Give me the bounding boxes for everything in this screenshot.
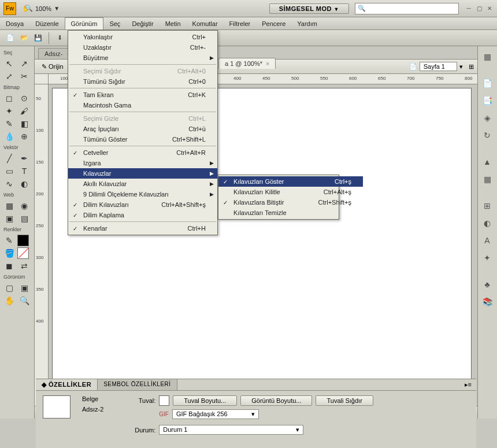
- open-icon[interactable]: 📂: [18, 32, 30, 44]
- stroke-color[interactable]: ✎: [2, 235, 16, 246]
- page-dropdown-icon[interactable]: ▾: [459, 63, 463, 71]
- show-slice-icon[interactable]: ▤: [17, 213, 31, 224]
- menu-item[interactable]: Araç İpuçlarıCtrl+ü: [68, 124, 217, 134]
- states-panel-icon[interactable]: ◈: [480, 111, 494, 125]
- crop-tool[interactable]: ✂: [17, 71, 31, 82]
- panel-menu-icon[interactable]: ⊞: [469, 63, 474, 71]
- submenu-item[interactable]: Kılavuzları Temizle: [218, 208, 363, 218]
- menu-yardım[interactable]: Yardım: [291, 17, 323, 29]
- slice-tool[interactable]: ▦: [2, 200, 16, 212]
- hotspot-tool[interactable]: ◉: [17, 200, 31, 212]
- maximize-button[interactable]: ▢: [475, 5, 483, 12]
- screen-mode2-icon[interactable]: ▣: [17, 282, 31, 294]
- menu-item[interactable]: UzaklaştırCtrl+-: [68, 42, 217, 53]
- new-icon[interactable]: 📄: [5, 32, 16, 44]
- marquee-tool[interactable]: ◻: [2, 92, 16, 104]
- panel-options-icon[interactable]: ▸≡: [460, 379, 476, 390]
- rect-tool[interactable]: ▭: [2, 165, 16, 177]
- stamp-tool[interactable]: ⊕: [17, 131, 31, 142]
- optimize-panel-icon[interactable]: ▦: [480, 50, 494, 64]
- properties-tab[interactable]: ◆ ÖZELLİKLER: [36, 379, 98, 390]
- preview-tab-original[interactable]: ✎ Orijin: [38, 62, 67, 72]
- menu-item[interactable]: ✓KenarlarCtrl+H: [68, 223, 217, 234]
- menu-değiştir[interactable]: Değiştir: [126, 17, 159, 29]
- text-tool[interactable]: T: [17, 165, 31, 177]
- menu-item[interactable]: ✓CetvellerCtrl+Alt+R: [68, 147, 217, 158]
- submenu-item[interactable]: Kılavuzları KilitleCtrl+Alt+ş: [218, 187, 363, 197]
- menu-item[interactable]: ✓Dilim Kaplama: [68, 210, 217, 220]
- import-icon[interactable]: ⬇: [54, 32, 65, 44]
- pages-panel-icon[interactable]: 📄: [480, 76, 494, 90]
- brush-tool[interactable]: 🖌: [17, 105, 31, 117]
- blur-tool[interactable]: 💧: [2, 131, 16, 142]
- menu-item[interactable]: YakınlaştırCtrl+: [68, 32, 217, 42]
- close-button[interactable]: ✕: [485, 5, 494, 12]
- menu-item[interactable]: Büyütme▶: [68, 53, 217, 63]
- zoom-icon[interactable]: 🔍: [17, 295, 31, 306]
- menu-item[interactable]: Izgara▶: [68, 158, 217, 168]
- lasso-tool[interactable]: ⊙: [17, 92, 31, 104]
- page-selector[interactable]: Sayfa 1: [420, 62, 457, 71]
- screen-mode-icon[interactable]: ▢: [2, 282, 16, 294]
- chars-panel-icon[interactable]: A: [480, 234, 494, 247]
- menu-item[interactable]: Kılavuzlar▶: [68, 168, 217, 179]
- pen-tool[interactable]: ✒: [17, 153, 31, 164]
- submenu-item[interactable]: ✓Kılavuzlara BitiştirCtrl+Shift+ş: [218, 197, 363, 208]
- knife-tool[interactable]: ◐: [17, 178, 31, 190]
- search-input[interactable]: 🔍: [355, 3, 459, 14]
- menu-item[interactable]: 9 Dilimli Ölçekleme Kılavuzları▶: [68, 189, 217, 199]
- menu-dosya[interactable]: Dosya: [0, 17, 29, 29]
- pointer-tool[interactable]: ↖: [2, 58, 16, 69]
- menu-görünüm[interactable]: Görünüm: [65, 17, 104, 29]
- menu-item[interactable]: Macintosh Gama: [68, 100, 217, 110]
- image-size-button[interactable]: Görüntü Boyutu...: [240, 395, 312, 406]
- history-panel-icon[interactable]: ↻: [480, 128, 494, 142]
- eraser-tool[interactable]: ◧: [17, 118, 31, 129]
- state-select[interactable]: Durum 1▾: [159, 425, 303, 435]
- library-panel-icon[interactable]: 📚: [480, 295, 494, 309]
- format-select[interactable]: GIF Bağdaşık 256▾: [172, 409, 259, 419]
- doc-tab-active[interactable]: a 1 @ 100%*×: [218, 58, 276, 69]
- submenu-item[interactable]: ✓Kılavuzları GösterCtrl+ş: [218, 176, 363, 187]
- workspace-mode-button[interactable]: SİMGESEL MOD ▼: [269, 3, 349, 14]
- menu-item[interactable]: Tümünü GösterCtrl+Shift+L: [68, 134, 217, 145]
- close-tab-icon[interactable]: ×: [266, 60, 269, 67]
- path-panel-icon[interactable]: ◐: [480, 216, 494, 230]
- menu-item[interactable]: ✓Dilim KılavuzlarıCtrl+Alt+Shift+ş: [68, 199, 217, 210]
- menu-düzenle[interactable]: Düzenle: [29, 17, 64, 29]
- fill-swatch[interactable]: [17, 247, 29, 259]
- menu-pencere[interactable]: Pencere: [256, 17, 291, 29]
- menu-seç[interactable]: Seç: [103, 17, 126, 29]
- canvas-size-button[interactable]: Tuval Boyutu...: [173, 395, 237, 406]
- menu-komutlar[interactable]: Komutlar: [187, 17, 224, 29]
- menu-item[interactable]: ✓Tam EkranCtrl+K: [68, 90, 217, 100]
- canvas-color-swatch[interactable]: [159, 395, 169, 406]
- zoom-dropdown-icon[interactable]: ▼: [54, 5, 60, 12]
- styles-panel-icon[interactable]: ▲: [480, 155, 494, 169]
- zoom-tool-icon[interactable]: 🔍 100% ▼: [37, 3, 47, 14]
- pencil-tool[interactable]: ✎: [2, 118, 16, 129]
- subselect-tool[interactable]: ↗: [17, 58, 31, 69]
- image-panel-icon[interactable]: ✦: [480, 251, 494, 265]
- layers-panel-icon[interactable]: 📑: [480, 94, 494, 108]
- hide-slice-icon[interactable]: ▣: [2, 213, 16, 224]
- fill-color[interactable]: 🪣: [2, 247, 16, 259]
- symbol-properties-tab[interactable]: SEMBOL ÖZELLİKLERİ: [98, 379, 177, 390]
- stroke-swatch[interactable]: [17, 235, 29, 246]
- line-tool[interactable]: ╱: [2, 153, 16, 164]
- doc-tab[interactable]: Adsız-: [38, 48, 69, 59]
- freeform-tool[interactable]: ∿: [2, 178, 16, 190]
- menu-filtreler[interactable]: Filtreler: [224, 17, 257, 29]
- menu-metin[interactable]: Metin: [160, 17, 187, 29]
- scale-tool[interactable]: ⤢: [2, 71, 16, 82]
- wand-tool[interactable]: ✦: [2, 105, 16, 117]
- align-panel-icon[interactable]: ⊞: [480, 199, 494, 213]
- menu-item[interactable]: Tümünü SığdırCtrl+0: [68, 76, 217, 87]
- minimize-button[interactable]: ─: [465, 5, 473, 12]
- swap-colors-icon[interactable]: ⇄: [17, 260, 31, 272]
- symbols-panel-icon[interactable]: ♣: [480, 277, 494, 291]
- menu-item[interactable]: Akıllı Kılavuzlar▶: [68, 179, 217, 189]
- hand-icon[interactable]: ✋: [2, 295, 16, 306]
- save-icon[interactable]: 💾: [32, 32, 44, 44]
- fit-canvas-button[interactable]: Tuvali Sığdır: [316, 395, 373, 406]
